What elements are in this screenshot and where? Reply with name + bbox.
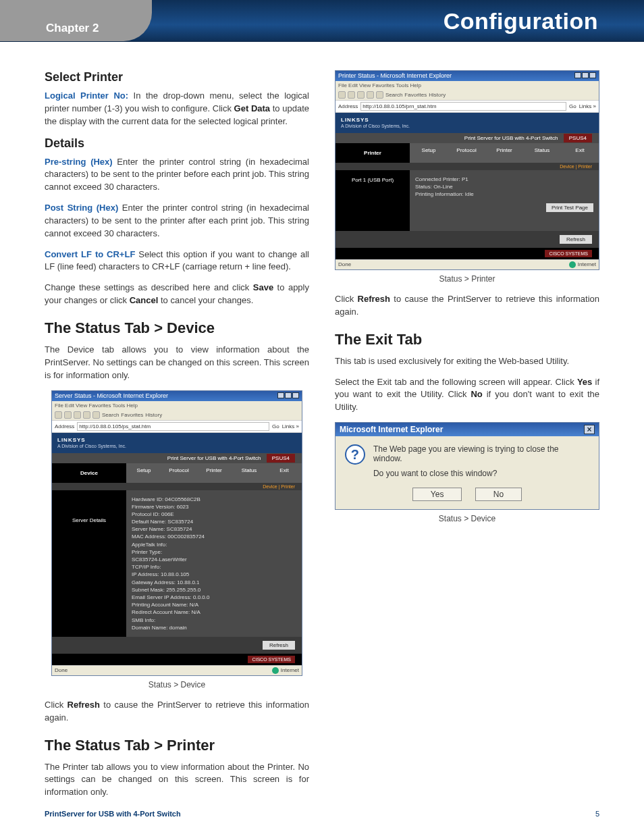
bold-save: Save <box>253 282 273 292</box>
bold-cancel: Cancel <box>130 295 159 305</box>
chapter-tab: Chapter 2 <box>0 0 152 41</box>
forward-icon[interactable] <box>348 91 355 99</box>
stop-icon[interactable] <box>74 411 81 419</box>
status-done: Done <box>55 667 68 674</box>
refresh-button[interactable]: Refresh <box>560 235 592 244</box>
no-button[interactable]: No <box>475 488 522 501</box>
para-select-printer: Logical Printer No: In the drop-down men… <box>45 90 309 128</box>
server-details-label: Server Details <box>52 490 126 637</box>
status-zone: Internet <box>569 261 596 268</box>
window-buttons[interactable] <box>574 72 596 80</box>
sub-tabs[interactable]: Device | Printer <box>336 163 599 170</box>
server-details-text: Hardware ID: 04C05568C2B Firmware Versio… <box>126 490 302 637</box>
dialog-titlebar: Microsoft Internet Explorer × <box>336 423 599 436</box>
stop-icon[interactable] <box>357 91 365 99</box>
tab-protocol[interactable]: Protocol <box>161 463 196 483</box>
ie-addressbar: Address http://10.88.0.105/ps_stat.htm G… <box>52 420 302 432</box>
nav-tabs: Printer Setup Protocol Printer Status Ex… <box>336 143 599 163</box>
tab-exit[interactable]: Exit <box>561 143 599 163</box>
nav-tabs: Device Setup Protocol Printer Status Exi… <box>52 463 302 483</box>
cisco-logo: CISCO SYSTEMS <box>545 250 592 257</box>
bold-get-data: Get Data <box>234 103 271 113</box>
heading-exit-tab: The Exit Tab <box>335 331 599 348</box>
right-column: Printer Status - Microsoft Internet Expl… <box>335 70 599 807</box>
print-test-button[interactable]: Print Test Page <box>546 203 593 212</box>
ie-statusbar: Done Internet <box>52 665 302 675</box>
para-refresh-printer: Click Refresh to cause the PrintServer t… <box>335 293 599 319</box>
ie-toolbar[interactable]: Search Favorites History <box>336 90 599 100</box>
tab-protocol[interactable]: Protocol <box>448 143 485 163</box>
heading-status-device: The Status Tab > Device <box>45 319 309 337</box>
para-refresh-device: Click Refresh to cause the PrintServer t… <box>45 699 309 725</box>
window-buttons[interactable] <box>277 392 299 400</box>
section-label: Device <box>52 463 126 483</box>
home-icon[interactable] <box>376 91 383 99</box>
refresh-button[interactable]: Refresh <box>263 641 295 650</box>
home-icon[interactable] <box>92 411 100 419</box>
heading-details: Details <box>45 136 309 151</box>
go-button[interactable]: Go <box>569 103 576 109</box>
tab-exit[interactable]: Exit <box>267 463 302 483</box>
yes-button[interactable]: Yes <box>412 488 462 501</box>
tab-setup[interactable]: Setup <box>126 463 161 483</box>
model-strip: Print Server for USB with 4-Port Switch … <box>336 133 599 143</box>
para-exit-2: Select the Exit tab and the following sc… <box>335 376 599 415</box>
page-header: Chapter 2 Configuration <box>0 0 644 42</box>
caption-status-device: Status > Device <box>45 680 309 689</box>
ie-titlebar: Server Status - Microsoft Internet Explo… <box>52 391 302 401</box>
ie-menubar[interactable]: File Edit View Favorites Tools Help <box>52 401 302 410</box>
tab-printer[interactable]: Printer <box>485 143 523 163</box>
left-column: Select Printer Logical Printer No: In th… <box>45 70 309 807</box>
address-field[interactable]: http://10.88.0.105/ps_stat.htm <box>77 422 269 431</box>
tab-setup[interactable]: Setup <box>410 143 448 163</box>
chapter-label: Chapter 2 <box>46 22 99 35</box>
question-icon: ? <box>345 444 365 465</box>
printer-content: Port 1 (USB Port) Connected Printer: P1 … <box>336 170 599 231</box>
figure-status-printer: Printer Status - Microsoft Internet Expl… <box>335 70 599 270</box>
address-field[interactable]: http://10.88.0.105/prn_stat.htm <box>360 102 566 111</box>
footer-bar: Refresh <box>336 231 599 248</box>
model-badge: PSUS4 <box>564 134 592 142</box>
ie-addressbar: Address http://10.88.0.105/prn_stat.htm … <box>336 100 599 112</box>
footer-bar: Refresh <box>52 637 302 654</box>
forward-icon[interactable] <box>64 411 72 419</box>
tab-status[interactable]: Status <box>523 143 561 163</box>
refresh-icon[interactable] <box>83 411 90 419</box>
status-done: Done <box>338 261 351 268</box>
links-button[interactable]: Links » <box>579 103 596 109</box>
ie-window-title: Printer Status - Microsoft Internet Expl… <box>338 72 452 80</box>
linksys-logo: LINKSYS A Division of Cisco Systems, Inc… <box>52 433 302 453</box>
ie-toolbar[interactable]: Search Favorites History <box>52 410 302 420</box>
footer-product: PrintServer for USB with 4-Port Switch <box>45 810 181 818</box>
para-status-device: The Device tab allows you to view inform… <box>45 344 309 382</box>
cisco-brand: CISCO SYSTEMS <box>52 654 302 665</box>
tab-printer[interactable]: Printer <box>196 463 232 483</box>
cisco-logo: CISCO SYSTEMS <box>248 656 295 663</box>
back-icon[interactable] <box>338 91 346 99</box>
go-button[interactable]: Go <box>272 423 279 429</box>
linksys-logo: LINKSYS A Division of Cisco Systems, Inc… <box>336 113 599 133</box>
close-icon[interactable]: × <box>584 425 595 434</box>
caption-exit-dialog: Status > Device <box>335 514 599 523</box>
label-poststring: Post String (Hex) <box>45 203 118 213</box>
content-columns: Select Printer Logical Printer No: In th… <box>0 42 644 807</box>
sub-tabs[interactable]: Device | Printer <box>52 483 302 490</box>
figure-status-device: Server Status - Microsoft Internet Explo… <box>51 390 302 676</box>
links-button[interactable]: Links » <box>282 423 299 429</box>
ie-menubar[interactable]: File Edit View Favorites Tools Help <box>336 81 599 90</box>
para-save-cancel: Change these settings as described here … <box>45 282 309 307</box>
bold-no: No <box>471 389 482 399</box>
bold-refresh: Refresh <box>358 294 390 304</box>
ie-window-title: Server Status - Microsoft Internet Explo… <box>55 392 168 400</box>
printer-details-text: Connected Printer: P1 Status: On-Line Pr… <box>410 170 599 231</box>
label-convert-lf: Convert LF to CR+LF <box>45 249 135 259</box>
tab-status[interactable]: Status <box>232 463 267 483</box>
refresh-icon[interactable] <box>367 91 374 99</box>
back-icon[interactable] <box>55 411 62 419</box>
dialog-body: ? The Web page you are viewing is trying… <box>336 436 599 482</box>
device-content: Server Details Hardware ID: 04C05568C2B … <box>52 490 302 637</box>
globe-icon <box>272 667 279 674</box>
para-prestring: Pre-string (Hex) Enter the printer contr… <box>45 156 309 194</box>
bold-refresh: Refresh <box>68 700 100 710</box>
ie-titlebar: Printer Status - Microsoft Internet Expl… <box>336 71 599 81</box>
